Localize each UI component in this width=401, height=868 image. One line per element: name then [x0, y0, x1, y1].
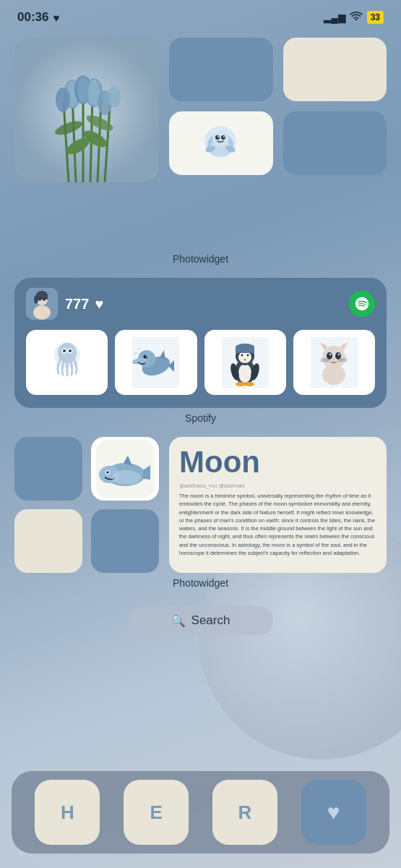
svg-point-54: [134, 352, 137, 354]
lc-widget-blue-2[interactable]: [91, 509, 159, 573]
search-bar-container: 🔍 Search: [14, 606, 387, 635]
small-widget-fish[interactable]: [169, 111, 273, 175]
spotify-label: Spotify: [14, 412, 387, 424]
status-time: 00:36: [17, 10, 48, 25]
dock-icon-heart[interactable]: ♥: [301, 780, 366, 845]
spotify-track-name: 777 ♥: [65, 296, 103, 312]
dock: H E R ♥: [12, 771, 389, 854]
dock-icon-h[interactable]: H: [35, 780, 100, 845]
small-widget-blue-1[interactable]: [169, 38, 273, 101]
svg-rect-1: [14, 38, 159, 182]
lc-widget-cream[interactable]: [14, 509, 82, 573]
svg-point-25: [215, 135, 220, 140]
moon-card-title: Moon: [179, 447, 376, 477]
spotify-header: 777 ♥: [26, 288, 375, 320]
svg-point-95: [112, 470, 141, 485]
svg-point-79: [327, 352, 332, 359]
track-heart-icon: ♥: [95, 296, 103, 312]
small-widget-blue-2[interactable]: [283, 111, 387, 175]
photo-widget-large[interactable]: [14, 38, 159, 182]
small-widgets-grid: [169, 38, 387, 249]
svg-point-18: [108, 86, 121, 108]
svg-point-50: [146, 355, 147, 357]
track-card-4[interactable]: [293, 330, 375, 395]
moon-card: Moon @aesthasia_mur @dustmark The moon i…: [169, 437, 387, 573]
spotify-tracks: [26, 330, 375, 395]
svg-point-55: [139, 348, 141, 350]
search-bar[interactable]: 🔍 Search: [129, 606, 273, 635]
svg-point-33: [33, 305, 51, 320]
track-card-2[interactable]: [115, 330, 197, 395]
status-heart-icon: ♥: [53, 12, 59, 24]
left-col-widgets: [14, 437, 159, 573]
battery-level: 33: [367, 11, 384, 24]
svg-point-36: [34, 295, 38, 304]
svg-point-26: [221, 135, 225, 140]
svg-point-16: [56, 88, 70, 112]
track-card-3[interactable]: [204, 330, 286, 395]
spotify-left: 777 ♥: [26, 288, 103, 320]
track-card-1[interactable]: [26, 330, 108, 395]
svg-point-94: [106, 471, 109, 474]
status-time-group: 00:36 ♥: [17, 10, 59, 25]
widget-row-1: [14, 38, 387, 249]
svg-point-64: [246, 354, 249, 357]
svg-point-82: [338, 354, 340, 355]
svg-point-38: [43, 298, 46, 301]
svg-point-80: [335, 352, 341, 359]
wifi-icon: [350, 12, 363, 24]
spotify-avatar: [26, 288, 58, 320]
small-widget-cream[interactable]: [283, 38, 387, 101]
lc-widget-whale[interactable]: [91, 437, 159, 501]
photowidget-label-1: Photowidget: [14, 253, 387, 265]
dock-icon-e[interactable]: E: [124, 780, 189, 845]
status-bar: 00:36 ♥ ▂▄▆ 33: [0, 0, 401, 30]
photowidget-label-2: Photowidget: [14, 577, 387, 589]
search-icon: 🔍: [171, 614, 186, 628]
svg-point-70: [236, 382, 246, 386]
svg-point-24: [212, 131, 228, 147]
signal-icon: ▂▄▆: [324, 12, 345, 23]
svg-point-27: [217, 136, 219, 137]
lc-widget-blue-1[interactable]: [14, 437, 82, 501]
status-right: ▂▄▆ 33: [324, 11, 384, 24]
main-content: Photowidget: [0, 38, 401, 635]
spotify-logo[interactable]: [349, 291, 375, 317]
svg-point-58: [238, 364, 251, 383]
svg-point-28: [223, 136, 225, 137]
svg-rect-67: [236, 347, 254, 353]
svg-point-74: [322, 346, 345, 369]
search-label: Search: [191, 613, 230, 628]
svg-point-42: [63, 349, 66, 352]
svg-point-81: [329, 354, 331, 355]
widget-row-3: Moon @aesthasia_mur @dustmark The moon i…: [14, 437, 387, 573]
svg-point-44: [69, 349, 72, 352]
svg-point-71: [244, 382, 254, 386]
dock-icon-r[interactable]: R: [212, 780, 277, 845]
spotify-widget[interactable]: 777 ♥: [14, 278, 387, 408]
moon-card-text: The moon is a feminine symbol, universal…: [179, 492, 376, 557]
moon-card-author: @aesthasia_mur @dustmark: [179, 483, 376, 488]
svg-point-49: [144, 355, 147, 359]
svg-point-62: [241, 354, 243, 357]
svg-point-37: [38, 298, 41, 301]
